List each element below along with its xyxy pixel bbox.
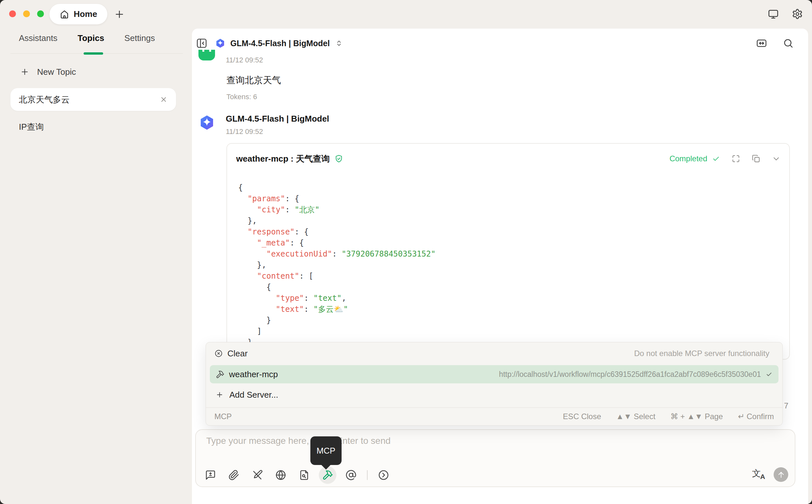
composer-toolbar: [203, 468, 391, 483]
chat-header: GLM-4.5-Flash | BigModel: [192, 29, 808, 58]
mcp-add-server-row[interactable]: Add Server...: [210, 387, 779, 403]
sidebar-tab-topics[interactable]: Topics: [78, 33, 104, 43]
plus-icon: [20, 67, 29, 76]
display-icon[interactable]: [768, 8, 779, 20]
expand-width-icon[interactable]: [756, 38, 767, 49]
user-avatar: [198, 50, 215, 60]
new-topic-label: New Topic: [37, 67, 76, 77]
mcp-clear-row[interactable]: Clear Do not enable MCP server functiona…: [206, 345, 782, 362]
fullscreen-icon[interactable]: [731, 154, 740, 163]
shortcut-hint: ▲▼ Select: [616, 412, 656, 421]
tool-status: Completed: [670, 154, 707, 163]
window-controls: [9, 10, 44, 17]
topic-title: 北京天气多云: [19, 94, 70, 105]
circle-x-icon: [214, 349, 223, 358]
tool-call-header[interactable]: weather-mcp : 天气查询 Completed: [227, 144, 789, 174]
new-context-icon[interactable]: [203, 468, 218, 483]
knowledge-base-icon[interactable]: [297, 468, 312, 483]
shortcut-hint: ↵ Confirm: [738, 412, 774, 421]
composer: 文A: [195, 429, 795, 487]
shortcut-hint: ESC Close: [563, 412, 601, 421]
model-selector[interactable]: GLM-4.5-Flash | BigModel: [230, 39, 330, 48]
shield-check-icon: [334, 154, 343, 163]
popup-footer: MCP ESC Close▲▼ Select⌘ + ▲▼ Page↵ Confi…: [206, 408, 782, 425]
glm-logo-icon: [215, 38, 225, 48]
zoom-window-button[interactable]: [37, 10, 44, 17]
attachment-icon[interactable]: [226, 468, 241, 483]
new-topic-button[interactable]: New Topic: [10, 61, 176, 82]
tab-home-label: Home: [73, 9, 97, 19]
message-input[interactable]: [206, 435, 708, 457]
translate-icon[interactable]: 文A: [752, 469, 765, 480]
check-icon: [712, 154, 720, 163]
app-window: Home Assistants Topics Settings New Topi…: [0, 0, 812, 504]
mention-icon[interactable]: [343, 468, 358, 483]
user-message-text: 查询北京天气: [226, 74, 281, 86]
hammer-icon: [216, 370, 224, 379]
popup-shortcuts: ESC Close▲▼ Select⌘ + ▲▼ Page↵ Confirm: [563, 412, 774, 421]
copy-icon[interactable]: [752, 154, 761, 163]
tool-code: { "params": { "city": "北京" }, "response"…: [238, 182, 436, 359]
send-button[interactable]: [774, 467, 788, 482]
web-search-icon[interactable]: [273, 468, 288, 483]
popup-footer-label: MCP: [214, 412, 232, 421]
chevrons-up-down-icon[interactable]: [335, 39, 343, 47]
mcp-add-server-label: Add Server...: [229, 390, 278, 400]
plus-icon: [216, 391, 223, 399]
assistant-message-timestamp: 11/12 09:52: [226, 127, 263, 136]
sidebar: Assistants Topics Settings New Topic 北京天…: [0, 29, 192, 504]
check-icon: [765, 371, 773, 378]
search-icon[interactable]: [783, 38, 794, 49]
tool-call-title: weather-mcp : 天气查询: [236, 153, 330, 165]
user-message-timestamp: 11/12 09:52: [226, 56, 263, 64]
shortcut-hint: ⌘ + ▲▼ Page: [671, 412, 723, 421]
new-tab-button[interactable]: [114, 9, 125, 20]
chat-panel: GLM-4.5-Flash | BigModel 11/12 09:52 查询北…: [192, 29, 808, 504]
topic-item-active[interactable]: 北京天气多云: [10, 88, 176, 111]
mcp-disable-hint[interactable]: Do not enable MCP server functionality: [634, 349, 769, 358]
close-window-button[interactable]: [9, 10, 16, 17]
mcp-server-url: http://localhost/v1/workflow/mcp/c639152…: [499, 370, 761, 379]
active-tab-indicator: [84, 52, 103, 55]
toolbar-divider: [367, 470, 367, 480]
topic-title: IP查询: [19, 121, 44, 133]
mcp-tooltip-label: MCP: [316, 446, 335, 456]
chevron-down-icon[interactable]: [772, 154, 781, 163]
tool-call-card: weather-mcp : 天气查询 Completed: [226, 143, 790, 360]
minimize-window-button[interactable]: [23, 10, 30, 17]
expand-toolbar-icon[interactable]: [376, 468, 391, 483]
sidebar-tab-assistants[interactable]: Assistants: [19, 33, 58, 43]
assistant-name: GLM-4.5-Flash | BigModel: [226, 114, 329, 124]
home-icon: [60, 9, 69, 19]
mcp-server-popup: Clear Do not enable MCP server functiona…: [206, 342, 783, 426]
tab-home[interactable]: Home: [49, 4, 107, 24]
mcp-server-name: weather-mcp: [229, 369, 278, 379]
close-icon[interactable]: [160, 96, 167, 103]
sidebar-tab-settings[interactable]: Settings: [124, 33, 155, 43]
topic-item[interactable]: IP查询: [10, 115, 176, 138]
gear-icon[interactable]: [792, 8, 803, 20]
mcp-tooltip: MCP: [310, 436, 341, 465]
user-message-tokens: Tokens: 6: [226, 93, 257, 101]
mcp-clear-label: Clear: [227, 349, 247, 359]
overflow-text-fragment: 7: [784, 401, 788, 410]
collapse-sidebar-icon[interactable]: [196, 37, 207, 49]
assistant-avatar: [199, 115, 215, 130]
pen-off-icon[interactable]: [250, 468, 265, 483]
mcp-server-row-selected[interactable]: weather-mcp http://localhost/v1/workflow…: [210, 365, 779, 383]
